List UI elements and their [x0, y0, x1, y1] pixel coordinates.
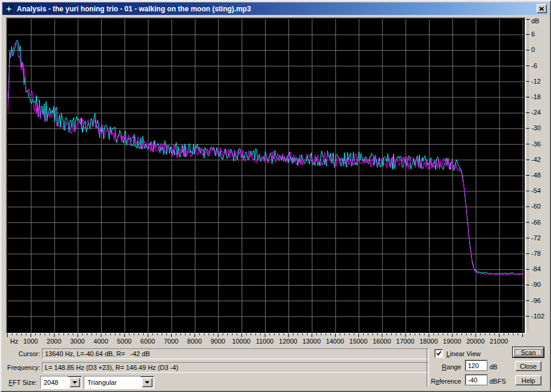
svg-text:-24: -24 — [531, 109, 541, 116]
reference-input[interactable] — [465, 375, 487, 385]
svg-text:-42: -42 — [531, 156, 541, 163]
frequency-label: Frequency: — [0, 364, 40, 371]
svg-text:21000: 21000 — [490, 338, 509, 345]
reference-unit: dBFS — [489, 378, 506, 385]
svg-text:14000: 14000 — [326, 338, 345, 345]
svg-text:Hz: Hz — [10, 338, 18, 345]
spectrum-plot[interactable] — [6, 17, 526, 334]
svg-text:2000: 2000 — [47, 338, 61, 345]
svg-text:-6: -6 — [531, 62, 537, 69]
close-button[interactable] — [537, 4, 547, 13]
svg-text:0: 0 — [531, 46, 535, 53]
cursor-readout-text: 13640 Hz, L=-40.64 dB, R= -42 dB — [45, 350, 150, 357]
svg-text:-72: -72 — [531, 234, 541, 241]
cursor-readout: 13640 Hz, L=-40.64 dB, R= -42 dB — [42, 348, 429, 359]
svg-text:-84: -84 — [531, 265, 541, 272]
svg-text:13000: 13000 — [303, 338, 321, 345]
svg-text:-12: -12 — [531, 78, 541, 85]
svg-text:3000: 3000 — [70, 338, 84, 345]
window-title: Analysis - the yuri honing trio - 01 - w… — [17, 5, 537, 13]
svg-text:8000: 8000 — [187, 338, 202, 345]
linear-view-label: Linear View — [446, 350, 480, 357]
svg-text:-60: -60 — [531, 203, 541, 210]
svg-text:20000: 20000 — [466, 338, 485, 345]
svg-text:5000: 5000 — [117, 338, 131, 345]
y-axis-labels: dB60-6-12-18-24-30-36-42-48-54-60-66-72-… — [526, 19, 549, 333]
svg-text:16000: 16000 — [373, 338, 391, 345]
fft-size-select[interactable]: 2048 — [40, 376, 82, 389]
close-dialog-button[interactable]: Close — [515, 361, 541, 371]
svg-text:4000: 4000 — [93, 338, 108, 345]
svg-text:-36: -36 — [531, 140, 541, 148]
svg-text:-78: -78 — [531, 250, 541, 257]
range-input[interactable] — [465, 360, 487, 370]
svg-text:6000: 6000 — [141, 338, 155, 345]
svg-text:17000: 17000 — [396, 338, 415, 345]
svg-text:-66: -66 — [531, 219, 541, 226]
svg-text:-102: -102 — [531, 313, 544, 320]
scan-button[interactable]: Scan — [512, 347, 544, 358]
close-icon — [539, 7, 544, 11]
svg-text:-96: -96 — [531, 297, 541, 304]
app-icon — [4, 4, 14, 14]
help-button[interactable]: Help — [515, 375, 541, 385]
svg-text:-30: -30 — [531, 124, 541, 131]
svg-text:dB: dB — [531, 19, 539, 24]
svg-text:-90: -90 — [531, 281, 541, 288]
svg-text:1000: 1000 — [23, 338, 38, 345]
check-icon — [436, 351, 442, 356]
svg-text:7000: 7000 — [164, 338, 178, 345]
title-bar[interactable]: Analysis - the yuri honing trio - 01 - w… — [2, 2, 549, 15]
chevron-down-icon[interactable] — [69, 378, 80, 387]
svg-text:10000: 10000 — [232, 338, 251, 345]
fft-size-value: 2048 — [41, 376, 68, 388]
frequency-readout-text: L= 148.85 Hz (D3 +23), R= 146.49 Hz (D3 … — [45, 364, 178, 371]
svg-text:18000: 18000 — [419, 338, 438, 345]
svg-text:-54: -54 — [531, 187, 541, 194]
range-label: Range — [395, 363, 461, 370]
linear-view-checkbox[interactable] — [434, 349, 443, 358]
spectrum-canvas — [8, 19, 524, 332]
svg-text:9000: 9000 — [211, 338, 225, 345]
reference-label: Reference — [395, 378, 461, 385]
fft-size-label: FFT Size: — [0, 379, 37, 386]
svg-text:15000: 15000 — [349, 338, 368, 345]
frequency-readout: L= 148.85 Hz (D3 +23), R= 146.49 Hz (D3 … — [42, 362, 429, 373]
x-axis-labels: Hz10002000300040005000600070008000900010… — [7, 333, 525, 345]
chevron-down-icon[interactable] — [142, 378, 153, 387]
svg-text:19000: 19000 — [443, 338, 461, 345]
range-unit: dB — [489, 363, 497, 370]
fft-window-select[interactable]: Triangular — [84, 376, 154, 389]
fft-window-value: Triangular — [84, 376, 141, 388]
cursor-label: Cursor: — [0, 350, 40, 357]
svg-text:-18: -18 — [531, 93, 541, 100]
analysis-window: Analysis - the yuri honing trio - 01 - w… — [0, 0, 551, 392]
svg-text:-48: -48 — [531, 172, 541, 179]
svg-text:11000: 11000 — [256, 338, 274, 345]
svg-text:6: 6 — [531, 30, 535, 38]
svg-text:12000: 12000 — [279, 338, 297, 345]
